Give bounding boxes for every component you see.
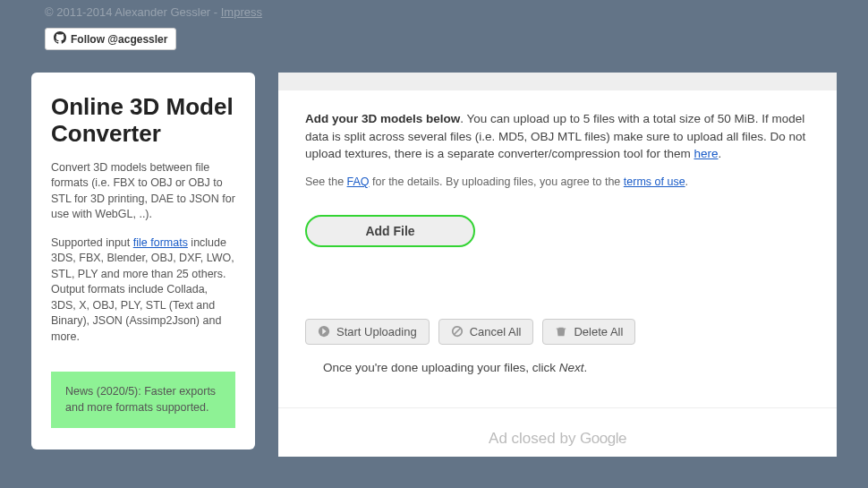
faq-line: See the FAQ for the details. By uploadin… bbox=[305, 176, 810, 188]
terms-link[interactable]: terms of use bbox=[624, 176, 685, 188]
faq-link[interactable]: FAQ bbox=[347, 176, 370, 188]
sidebar-desc-1: Convert 3D models between file formats (… bbox=[51, 160, 235, 223]
file-formats-link[interactable]: file formats bbox=[133, 236, 188, 249]
impress-link[interactable]: Impress bbox=[221, 5, 262, 19]
action-button-row: Start Uploading Cancel All Delete All bbox=[305, 319, 810, 345]
next-hint: Once you're done uploading your files, c… bbox=[323, 361, 810, 374]
svg-line-2 bbox=[454, 329, 460, 335]
instructions: Add your 3D models below. You can upload… bbox=[305, 110, 810, 163]
add-file-button[interactable]: Add File bbox=[305, 215, 475, 247]
follow-label: Follow @acgessler bbox=[71, 33, 167, 46]
cancel-icon bbox=[451, 325, 464, 338]
main-panel: Add your 3D models below. You can upload… bbox=[278, 73, 837, 449]
news-box: News (2020/5): Faster exports and more f… bbox=[51, 372, 235, 428]
sidebar-desc-2: Supported input file formats include 3DS… bbox=[51, 235, 235, 346]
delete-all-button[interactable]: Delete All bbox=[542, 319, 635, 345]
start-uploading-button[interactable]: Start Uploading bbox=[305, 319, 430, 345]
github-icon bbox=[54, 31, 66, 47]
texture-tool-link[interactable]: here bbox=[694, 147, 718, 160]
trash-icon bbox=[555, 325, 567, 338]
ad-closed-banner: Ad closed by Google bbox=[278, 407, 837, 457]
copyright-text: © 2011-2014 Alexander Gessler - bbox=[45, 5, 221, 19]
page-title: Online 3D Model Converter bbox=[51, 94, 235, 148]
cancel-all-button[interactable]: Cancel All bbox=[438, 319, 534, 345]
sidebar: Online 3D Model Converter Convert 3D mod… bbox=[31, 73, 255, 449]
google-logo-text: Google bbox=[580, 430, 626, 447]
top-copyright: © 2011-2014 Alexander Gessler - Impress bbox=[0, 0, 868, 22]
arrow-right-circle-icon bbox=[318, 325, 330, 338]
follow-github-button[interactable]: Follow @acgessler bbox=[45, 28, 176, 50]
